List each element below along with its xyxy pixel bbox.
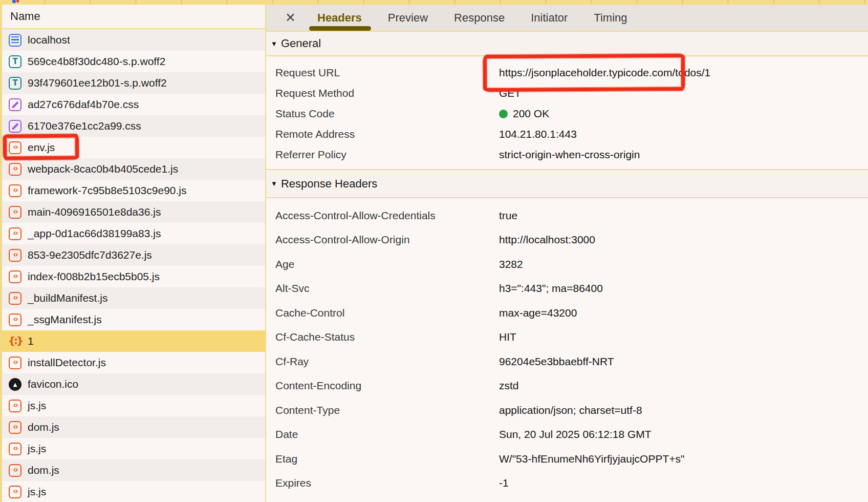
script-icon: ‹›: [9, 227, 21, 240]
header-value: HIT: [499, 331, 516, 343]
stylesheet-icon: [9, 120, 21, 133]
network-request-row[interactable]: ‹›main-4096916501e8da36.js: [2, 201, 265, 223]
network-request-row[interactable]: ‹›853-9e2305dfc7d3627e.js: [2, 244, 265, 266]
network-request-row[interactable]: ‹›js.js: [2, 395, 265, 416]
request-name: _ssgManifest.js: [28, 313, 102, 326]
network-request-row[interactable]: ‹›index-f008b2b15ecb5b05.js: [2, 266, 265, 287]
header-row: Cf-Ray96204e5e3bbaebff-NRT: [266, 349, 868, 374]
script-icon: ‹›: [9, 184, 21, 197]
header-row: Request MethodGET: [266, 83, 868, 103]
header-value: application/json; charset=utf-8: [499, 404, 642, 416]
network-request-row[interactable]: ‹›js.js: [2, 481, 265, 502]
request-name: js.js: [28, 400, 46, 412]
section-general-title: General: [281, 37, 321, 50]
tab-initiator[interactable]: Initiator: [531, 5, 568, 31]
request-name: dom.js: [28, 464, 59, 476]
header-row: Request URLhttps://jsonplaceholder.typic…: [266, 62, 868, 83]
network-request-row[interactable]: ‹›dom.js: [2, 416, 265, 438]
close-icon[interactable]: ✕: [285, 11, 298, 24]
script-icon: ‹›: [9, 486, 21, 498]
request-name: js.js: [28, 443, 46, 455]
name-column-label: Name: [10, 10, 40, 23]
network-request-row[interactable]: ‹›webpack-8cac0b4b405cede1.js: [2, 158, 265, 180]
request-name: _app-0d1ac66d38199a83.js: [28, 227, 161, 240]
tab-response[interactable]: Response: [454, 5, 505, 31]
header-row: DateSun, 20 Jul 2025 06:12:18 GMT: [266, 423, 868, 447]
network-request-row[interactable]: 6170e376e1cc2a99.css: [2, 115, 265, 137]
request-details-panel: ✕ HeadersPreviewResponseInitiatorTiming …: [266, 5, 868, 502]
disclosure-triangle-icon: ▼: [271, 180, 277, 187]
header-name: Request Method: [275, 87, 499, 99]
header-value: true: [499, 210, 517, 222]
header-value: max-age=43200: [499, 307, 577, 319]
header-name: Cf-Ray: [275, 355, 499, 368]
header-value: Sun, 20 Jul 2025 06:12:18 GMT: [499, 428, 652, 441]
toolbar-cutoff-red-icon: [16, 0, 19, 3]
stylesheet-icon: [9, 98, 21, 111]
general-section-body: Request URLhttps://jsonplaceholder.typic…: [266, 56, 868, 169]
script-icon: ‹›: [9, 270, 21, 283]
request-name: ad27c676daf4b70e.css: [28, 98, 139, 111]
request-name: 93f479601ee12b01-s.p.woff2: [28, 77, 167, 89]
header-value: https://jsonplaceholder.typicode.com/tod…: [499, 67, 710, 79]
network-request-row[interactable]: ▲favicon.ico: [2, 373, 265, 395]
tab-preview[interactable]: Preview: [388, 5, 428, 31]
section-response-headers-title: Response Headers: [281, 177, 377, 191]
request-name: 1: [28, 335, 34, 347]
details-tab-bar: ✕ HeadersPreviewResponseInitiatorTiming: [266, 5, 868, 32]
header-value: GET: [499, 87, 521, 99]
network-request-row[interactable]: {:}1: [2, 330, 265, 352]
header-row: Age3282: [266, 252, 868, 277]
script-icon: ‹›: [9, 141, 21, 154]
header-name: Etag: [275, 453, 499, 465]
header-name: Referrer Policy: [275, 149, 499, 161]
network-request-row[interactable]: ‹›env.js: [2, 137, 265, 158]
network-request-row[interactable]: ‹›js.js: [2, 438, 265, 459]
font-icon: T: [9, 55, 21, 68]
tab-headers[interactable]: Headers: [317, 5, 362, 31]
network-request-row[interactable]: localhost: [2, 29, 265, 51]
header-name: Access-Control-Allow-Credentials: [275, 210, 499, 222]
request-name: installDetector.js: [28, 357, 106, 369]
network-request-row[interactable]: ‹›framework-7c95b8e5103c9e90.js: [2, 180, 265, 201]
request-name: 569ce4b8f30dc480-s.p.woff2: [28, 55, 165, 68]
header-value: http://localhost:3000: [499, 234, 595, 246]
font-icon: T: [9, 77, 21, 90]
network-request-row[interactable]: ‹›_app-0d1ac66d38199a83.js: [2, 223, 265, 244]
header-name: Alt-Svc: [275, 282, 499, 295]
network-request-row[interactable]: ‹›installDetector.js: [2, 352, 265, 373]
header-value: 104.21.80.1:443: [499, 128, 577, 140]
tab-timing[interactable]: Timing: [594, 5, 627, 31]
header-row: Expires-1: [266, 471, 868, 496]
request-name: dom.js: [28, 421, 59, 433]
script-icon: ‹›: [9, 443, 21, 455]
section-response-headers[interactable]: ▼ Response Headers: [266, 169, 868, 198]
request-name: 853-9e2305dfc7d3627e.js: [28, 249, 152, 261]
network-request-row[interactable]: ‹›_buildManifest.js: [2, 287, 265, 309]
devtools-network-panel: Name localhostT569ce4b8f30dc480-s.p.woff…: [0, 0, 868, 502]
network-request-row[interactable]: ‹›dom.js: [2, 459, 265, 481]
section-general[interactable]: ▼ General: [266, 32, 868, 56]
response-headers-section-body: Access-Control-Allow-CredentialstrueAcce…: [266, 198, 868, 495]
request-name: localhost: [28, 34, 70, 46]
details-tabs: HeadersPreviewResponseInitiatorTiming: [317, 5, 627, 31]
network-request-row[interactable]: T569ce4b8f30dc480-s.p.woff2: [2, 51, 265, 72]
favicon-icon: ▲: [9, 378, 21, 391]
network-request-list: Name localhostT569ce4b8f30dc480-s.p.woff…: [0, 5, 266, 502]
header-name: Date: [275, 428, 499, 441]
header-row: Content-Typeapplication/json; charset=ut…: [266, 398, 868, 423]
network-request-row[interactable]: ad27c676daf4b70e.css: [2, 94, 265, 115]
header-name: Cache-Control: [275, 307, 499, 319]
header-row: EtagW/"53-hfEnumeNh6YirfjyjaujcOPPT+s": [266, 447, 868, 471]
request-name: _buildManifest.js: [28, 292, 107, 304]
network-request-row[interactable]: T93f479601ee12b01-s.p.woff2: [2, 72, 265, 94]
script-icon: ‹›: [9, 206, 21, 219]
header-value: strict-origin-when-cross-origin: [499, 149, 640, 161]
header-row: Alt-Svch3=":443"; ma=86400: [266, 277, 868, 301]
header-value: -1: [499, 477, 509, 489]
script-icon: ‹›: [9, 163, 21, 176]
name-column-header[interactable]: Name: [2, 5, 265, 29]
header-value: zstd: [499, 380, 519, 392]
header-row: Referrer Policystrict-origin-when-cross-…: [266, 144, 868, 165]
network-request-row[interactable]: ‹›_ssgManifest.js: [2, 309, 265, 330]
